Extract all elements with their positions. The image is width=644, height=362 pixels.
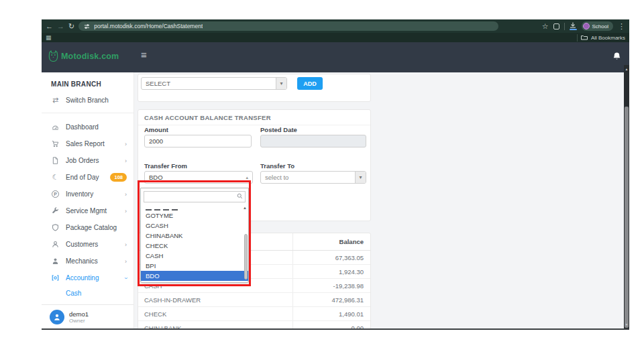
browser-menu-icon[interactable]: ⋮ [618, 19, 625, 33]
profile-avatar [583, 23, 590, 29]
table-row: CHINABANK 0.00 [138, 321, 370, 328]
app-root: Motodisk.com ≡ MAIN BRANCH ⇄ Switch Bran… [42, 42, 629, 328]
caret-down-icon: ▾ [276, 78, 286, 89]
toolbar-divider [564, 23, 565, 30]
dropdown-option[interactable]: CASH [141, 251, 248, 261]
back-icon[interactable]: ← [46, 19, 53, 33]
sidebar-item-customers[interactable]: Customers › [42, 236, 133, 253]
chevron-down-icon: › [123, 277, 129, 279]
screenshot-page: ← → ↻ portal.motodisk.com/Home/CashState… [0, 0, 644, 362]
all-bookmarks-label[interactable]: All Bookmarks [591, 35, 625, 41]
owl-logo-icon [48, 50, 58, 62]
chevron-right-icon: › [125, 208, 127, 215]
card-title: CASH ACCOUNT BALANCE TRANSFER [138, 110, 370, 125]
toolbar-actions: ☆ School ⋮ [542, 19, 625, 33]
dropdown-search-input[interactable] [144, 191, 246, 202]
money-icon [51, 274, 60, 282]
sidebar: MAIN BRANCH ⇄ Switch Branch Dashboard [42, 72, 134, 328]
sidebar-item-end-of-day[interactable]: ☾ End of Day 108 [42, 169, 133, 186]
forward-icon[interactable]: → [57, 19, 64, 33]
add-button[interactable]: ADD [297, 77, 323, 90]
amount-label: Amount [144, 126, 168, 133]
circle-p-icon: P [51, 190, 60, 198]
chevron-right-icon: › [125, 158, 127, 164]
gauge-icon [51, 123, 60, 131]
download-progress-bar [570, 29, 577, 30]
avatar [50, 310, 64, 324]
end-of-day-count-badge: 108 [110, 173, 127, 182]
downloads-icon[interactable] [570, 22, 577, 30]
scrollbar-down-icon[interactable]: ▼ [624, 322, 629, 327]
sidebar-item-job-orders[interactable]: Job Orders › [42, 152, 133, 169]
dropdown-option[interactable]: CHINABANK [141, 231, 248, 241]
transfer-from-label: Transfer From [144, 162, 187, 170]
sidebar-item-accounting[interactable]: Accounting › [42, 269, 133, 286]
transfer-from-dropdown: ▲ GOTYME GCASH CHINABANK CHECK CASH BPI … [140, 188, 249, 283]
dropdown-option[interactable]: GOTYME [141, 210, 248, 221]
amount-input[interactable] [144, 135, 252, 147]
dropdown-option[interactable]: GCASH [141, 221, 248, 231]
caret-up-icon: ▴ [246, 175, 252, 180]
sidebar-item-inventory[interactable]: P Inventory › [42, 186, 133, 202]
moon-icon: ☾ [51, 173, 60, 182]
dropdown-scrollbar-thumb[interactable] [244, 234, 248, 280]
reload-icon[interactable]: ↻ [68, 19, 74, 33]
refresh-icon: ⇄ [51, 96, 60, 105]
bookmark-star-icon[interactable]: ☆ [542, 19, 549, 33]
wrench-icon [51, 207, 60, 215]
dropdown-option-selected[interactable]: BDO [141, 271, 248, 281]
transfer-to-label: Transfer To [260, 162, 294, 170]
table-row: CHECK 1,490.01 [138, 307, 370, 321]
balance-header-cell: Balance [292, 233, 370, 250]
tab-search-icon[interactable] [553, 23, 559, 29]
notifications-bell-icon[interactable] [612, 52, 621, 64]
dropdown-option[interactable]: BPI [141, 261, 248, 271]
main-content: SELECT ▾ ADD CASH ACCOUNT BALANCE TRANSF… [134, 72, 624, 328]
browser-toolbar: ← → ↻ portal.motodisk.com/Home/CashState… [42, 19, 629, 33]
sidebar-subitem-cash[interactable]: Cash [42, 286, 133, 300]
transfer-to-select[interactable]: select to ▾ [260, 171, 366, 184]
apps-grid-icon[interactable]: ▦ [46, 33, 52, 42]
posted-date-label: Posted Date [260, 126, 297, 133]
scrollbar-up-icon[interactable]: ▲ [624, 66, 629, 72]
chevron-right-icon: › [125, 191, 127, 198]
browser-profile-chip[interactable]: School [582, 21, 613, 31]
account-select-card: SELECT ▾ ADD [138, 74, 371, 102]
sidebar-item-mechanics[interactable]: Mechanics › [42, 253, 133, 269]
profile-role: Owner [69, 318, 89, 324]
bookmarks-bar: ▦ All Bookmarks [42, 33, 629, 42]
profile-username: demo1 [69, 310, 89, 318]
app-header: Motodisk.com ≡ [42, 42, 629, 72]
sidebar-item-package-catalog[interactable]: Package Catalog [42, 219, 133, 236]
caret-down-icon: ▾ [355, 172, 366, 183]
account-select[interactable]: SELECT ▾ [141, 77, 287, 90]
address-bar[interactable]: portal.motodisk.com/Home/CashStatement [78, 21, 498, 31]
dropdown-option-clipped[interactable] [141, 205, 248, 210]
cart-icon [51, 140, 60, 147]
sidebar-item-dashboard[interactable]: Dashboard [42, 119, 133, 135]
chevron-right-icon: › [125, 258, 127, 265]
folder-icon [581, 35, 588, 40]
sidebar-item-sales-report[interactable]: Sales Report › [42, 135, 133, 152]
list-scroll-up-icon[interactable]: ▲ [243, 206, 247, 210]
dropdown-option[interactable]: CHECK [141, 241, 248, 251]
table-row: CASH-IN-DRAWER 472,986.31 [138, 293, 370, 307]
sidebar-item-switch-branch[interactable]: ⇄ Switch Branch [42, 92, 133, 109]
page-scrollbar[interactable]: ▲ ▼ [624, 65, 629, 328]
scrollbar-thumb[interactable] [625, 107, 629, 328]
shield-icon [51, 224, 60, 231]
chevron-right-icon: › [125, 241, 127, 248]
site-settings-icon[interactable] [84, 23, 90, 29]
mechanic-icon [51, 257, 60, 265]
browser-window: ← → ↻ portal.motodisk.com/Home/CashState… [42, 19, 629, 330]
app-logo-text: Motodisk.com [61, 52, 119, 61]
posted-date-input[interactable] [260, 135, 366, 147]
app-logo[interactable]: Motodisk.com [48, 50, 119, 62]
sidebar-item-service-mgmt[interactable]: Service Mgmt › [42, 202, 133, 219]
user-icon [51, 241, 60, 248]
hamburger-menu-icon[interactable]: ≡ [141, 49, 147, 60]
search-icon [237, 193, 243, 199]
transfer-from-select[interactable]: BDO ▴ [144, 171, 253, 184]
chevron-right-icon: › [125, 141, 127, 147]
user-profile[interactable]: demo1 Owner [42, 304, 133, 328]
